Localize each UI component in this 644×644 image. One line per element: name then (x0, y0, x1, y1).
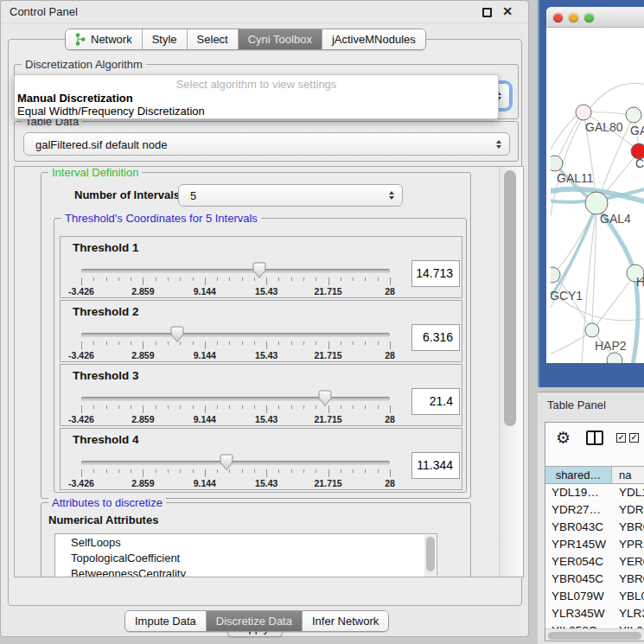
control-panel-window: Control Panel ✕ NetworkStyleSelectCyni T… (0, 0, 529, 637)
node-gal11[interactable] (551, 156, 563, 171)
network-icon (75, 33, 86, 46)
popup-option-manual-discretization[interactable]: Manual Discretization (17, 92, 133, 105)
table-row[interactable]: YBL079WYBL0 (545, 589, 644, 606)
tick-mark (106, 469, 107, 473)
attribute-item-betweennesscentrality[interactable]: BetweennessCentrality (55, 565, 437, 577)
table-row[interactable]: YBR045CYBR0 (545, 571, 644, 589)
tick-mark (193, 341, 194, 345)
tab-discretize-data[interactable]: Discretize Data (207, 611, 303, 631)
scrollbar-track[interactable] (499, 167, 523, 577)
table-row[interactable]: YPR145WYPR1 (545, 537, 644, 554)
close-traffic-light-icon[interactable] (553, 13, 563, 22)
threshold-box-1: Threshold 1-3.4262.8599.14415.4321.71528… (60, 236, 462, 298)
tick-mark (205, 277, 206, 285)
float-window-icon[interactable] (482, 8, 492, 17)
node-label-h: H (636, 275, 644, 289)
tick-label: 21.715 (315, 478, 342, 488)
tick-mark (93, 469, 94, 473)
table-panel-header: Table Panel (538, 392, 644, 418)
tick-mark (365, 341, 366, 345)
slider-track[interactable] (81, 461, 390, 465)
table-data-combo[interactable]: galFiltered.sif default node (23, 132, 510, 156)
numerical-attributes-list[interactable]: SelfLoopsTopologicalCoefficientBetweenne… (54, 533, 437, 577)
cell-name: YER0 (619, 555, 644, 568)
table-row[interactable]: YDR27…YDR2 (545, 502, 644, 520)
tick-mark (353, 341, 354, 345)
threshold-label-4: Threshold 4 (73, 433, 139, 446)
tab-network[interactable]: Network (66, 29, 143, 49)
algorithm-dropdown-popup: Select algorithm to view settings Manual… (14, 74, 499, 119)
cell-name: YDR2 (619, 503, 644, 516)
node-unlabeled[interactable] (607, 353, 622, 363)
window-title: Control Panel (10, 5, 78, 18)
tick-mark (143, 469, 143, 477)
table-row[interactable]: YBR043CYBR0 (545, 520, 644, 537)
slider-track[interactable] (81, 397, 390, 401)
tab-label-infer-network: Infer Network (312, 615, 379, 628)
edge (555, 113, 582, 163)
node-hap2[interactable] (585, 323, 599, 337)
tick-label: 28 (385, 478, 395, 488)
threshold-value-2[interactable]: 6.316 (411, 324, 460, 351)
threshold-value-4[interactable]: 11.344 (411, 452, 460, 479)
tick-mark (316, 277, 316, 281)
tab-jactivemnodules[interactable]: jActiveMNodules (322, 29, 425, 49)
checkbox-icon[interactable]: ✓ (629, 433, 639, 443)
popup-option-equal-width-frequency[interactable]: Equal Width/Frequency Discretization (17, 105, 205, 118)
tick-mark (93, 277, 94, 281)
list-scrollbar-thumb[interactable] (426, 537, 435, 571)
slider-thumb[interactable] (252, 262, 266, 279)
checkbox-icon[interactable]: ✓ (616, 433, 626, 443)
threshold-value-1[interactable]: 14.713 (411, 260, 460, 287)
columns-icon[interactable] (586, 430, 603, 445)
network-canvas[interactable]: GAL80GACGAL11GAL4GCY1HHAP2 (551, 28, 644, 363)
threshold-value-3[interactable]: 21.4 (411, 388, 460, 415)
table-row[interactable]: YER054CYER0 (545, 554, 644, 571)
attribute-item-selfloops[interactable]: SelfLoops (55, 534, 437, 550)
number-of-intervals-combo[interactable]: 5 (178, 184, 403, 207)
tick-mark (118, 469, 119, 473)
minimize-traffic-light-icon[interactable] (569, 13, 578, 22)
table-panel-title: Table Panel (547, 399, 606, 411)
node-ga[interactable] (626, 107, 641, 123)
table-data-combo-value: galFiltered.sif default node (35, 137, 167, 150)
gear-icon[interactable]: ⚙ (556, 428, 571, 447)
table-hscrollbar-thumb[interactable] (548, 632, 641, 640)
zoom-traffic-light-icon[interactable] (584, 13, 594, 22)
tab-style[interactable]: Style (143, 29, 188, 49)
tick-label: 9.144 (194, 478, 216, 488)
table-hscrollbar[interactable] (545, 628, 644, 641)
tab-select[interactable]: Select (188, 29, 239, 49)
node-gal80[interactable] (576, 105, 591, 120)
network-window-titlebar (546, 7, 644, 28)
slider-thumb[interactable] (220, 454, 233, 471)
attributes-group-title: Attributes to discretize (48, 496, 166, 509)
tick-mark (81, 469, 82, 477)
thresholds-group: Threshold's Coordinates for 5 Intervals … (54, 218, 467, 493)
slider-track[interactable] (81, 269, 390, 273)
close-icon[interactable]: ✕ (502, 4, 513, 18)
tab-infer-network[interactable]: Infer Network (303, 611, 388, 631)
tab-impute-data[interactable]: Impute Data (125, 611, 207, 631)
tick-mark (291, 405, 292, 409)
node-label-gal80: GAL80 (585, 120, 623, 134)
attribute-item-topologicalcoefficient[interactable]: TopologicalCoefficient (55, 550, 437, 565)
cyni-toolbox-panel: Discretization Algorithm Table Data galF… (8, 39, 522, 606)
tab-cyni-toolbox[interactable]: Cyni Toolbox (239, 29, 322, 49)
slider-ticks (81, 469, 390, 478)
slider-track[interactable] (81, 333, 390, 337)
slider-thumb[interactable] (170, 326, 184, 343)
column-header-shared-name[interactable]: shared… (545, 467, 612, 483)
table-row[interactable]: YDL19…YDL1 (545, 485, 644, 502)
scrollbar-thumb[interactable] (504, 170, 516, 426)
tick-label: 21.715 (315, 414, 342, 424)
list-scrollbar[interactable] (424, 535, 436, 577)
tick-mark (131, 469, 131, 473)
screen: Control Panel ✕ NetworkStyleSelectCyni T… (0, 0, 644, 644)
tick-mark (180, 341, 181, 345)
tick-mark (229, 341, 230, 345)
slider-thumb[interactable] (318, 390, 332, 407)
table-row[interactable]: YLR345WYLR3 (545, 606, 644, 623)
tick-label: 2.859 (131, 414, 154, 424)
column-header-name[interactable]: na (612, 467, 644, 483)
